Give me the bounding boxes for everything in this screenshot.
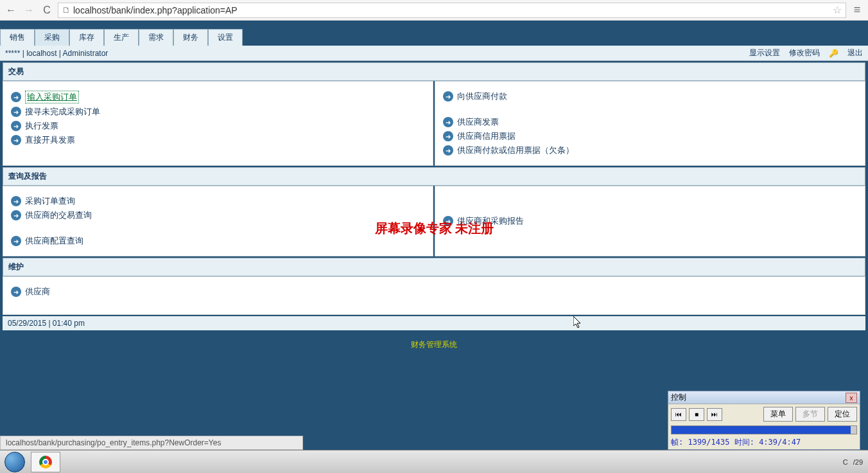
query-left-panel: ➜采购订单查询 ➜供应商的交易查询 ➜供应商配置查询 bbox=[3, 186, 433, 256]
arrow-icon: ➜ bbox=[11, 236, 21, 246]
tab-inventory[interactable]: 库存 bbox=[69, 29, 104, 46]
arrow-icon: ➜ bbox=[443, 131, 453, 141]
stop-button[interactable]: ■ bbox=[689, 408, 704, 421]
reload-button[interactable]: C bbox=[40, 3, 54, 17]
link-search-po[interactable]: 搜寻未完成采购订单 bbox=[25, 106, 100, 118]
header-left: ***** | localhost | Administrator bbox=[5, 49, 108, 58]
link-change-password[interactable]: 修改密码 bbox=[789, 48, 820, 58]
browser-menu-icon[interactable]: ≡ bbox=[850, 3, 864, 17]
url-text: localhost/bank/index.php?application=AP bbox=[73, 5, 238, 15]
tab-production[interactable]: 生产 bbox=[104, 29, 139, 46]
footer: 财务管理系统 bbox=[0, 330, 868, 359]
tray-c: C bbox=[843, 458, 848, 466]
tray-clock: /29 bbox=[853, 458, 863, 466]
start-button[interactable] bbox=[0, 451, 30, 474]
tab-demand[interactable]: 需求 bbox=[139, 29, 173, 46]
link-supplier-config-query[interactable]: 供应商配置查询 bbox=[25, 235, 83, 247]
tab-sales[interactable]: 销售 bbox=[0, 29, 35, 46]
link-pay-supplier[interactable]: 向供应商付款 bbox=[457, 91, 507, 102]
progress-slider[interactable] bbox=[671, 425, 857, 434]
arrow-icon: ➜ bbox=[443, 91, 453, 102]
bookmark-star-icon[interactable]: ☆ bbox=[833, 4, 842, 16]
arrow-icon: ➜ bbox=[443, 117, 453, 127]
back-button[interactable]: ← bbox=[4, 3, 18, 17]
footer-system-link[interactable]: 财务管理系统 bbox=[411, 340, 457, 349]
close-icon[interactable]: x bbox=[846, 393, 857, 403]
system-tray[interactable]: C /29 bbox=[838, 458, 868, 466]
transaction-right-panel: ➜向供应商付款 ➜供应商发票 ➜供应商信用票据 ➜供应商付款或信用票据（欠条） bbox=[435, 81, 865, 166]
link-exit[interactable]: 退出 bbox=[847, 48, 863, 58]
locate-button[interactable]: 定位 bbox=[828, 407, 857, 422]
arrow-icon: ➜ bbox=[11, 121, 21, 131]
arrow-icon: ➜ bbox=[11, 210, 21, 220]
link-supplier-payment[interactable]: 供应商付款或信用票据（欠条） bbox=[457, 145, 574, 156]
multi-button[interactable]: 多节 bbox=[795, 407, 825, 422]
link-supplier[interactable]: 供应商 bbox=[25, 286, 50, 298]
arrow-icon: ➜ bbox=[11, 287, 21, 297]
arrow-icon: ➜ bbox=[11, 92, 21, 102]
forward-button[interactable]: ⏭ bbox=[707, 408, 722, 421]
arrow-icon: ➜ bbox=[11, 135, 21, 145]
forward-button[interactable]: → bbox=[22, 3, 36, 17]
link-supplier-invoice[interactable]: 供应商发票 bbox=[457, 116, 499, 128]
query-right-panel: ➜供应商和采购报告 bbox=[435, 186, 865, 256]
tab-finance[interactable]: 财务 bbox=[173, 29, 208, 46]
control-title: 控制 bbox=[671, 392, 686, 403]
arrow-icon: ➜ bbox=[11, 107, 21, 117]
maintain-panel: ➜供应商 bbox=[3, 276, 865, 315]
datetime-bar: 05/29/2015 | 01:40 pm bbox=[3, 316, 865, 330]
header-bar: ***** | localhost | Administrator 显示设置 修… bbox=[0, 46, 868, 61]
mouse-cursor bbox=[573, 316, 582, 332]
taskbar-chrome[interactable] bbox=[31, 452, 60, 472]
section-maintain-header: 维护 bbox=[3, 258, 865, 276]
tab-purchase[interactable]: 采购 bbox=[35, 29, 69, 46]
section-query-header: 查询及报告 bbox=[3, 167, 865, 186]
page-icon: 🗋 bbox=[62, 5, 71, 15]
section-transaction-header: 交易 bbox=[3, 62, 865, 81]
link-po-query[interactable]: 采购订单查询 bbox=[25, 195, 75, 207]
url-bar[interactable]: 🗋 localhost/bank/index.php?application=A… bbox=[58, 3, 846, 18]
control-window[interactable]: 控制 x ⏮ ■ ⏭ 菜单 多节 定位 帧: 1399/1435 时间: 4:3… bbox=[668, 391, 860, 450]
link-supplier-trans-query[interactable]: 供应商的交易查询 bbox=[25, 210, 92, 221]
watermark-text: 屏幕录像专家 未注册 bbox=[375, 220, 494, 237]
link-display-settings[interactable]: 显示设置 bbox=[749, 48, 780, 58]
browser-toolbar: ← → C 🗋 localhost/bank/index.php?applica… bbox=[0, 0, 868, 21]
app-tabs: 销售 采购 库存 生产 需求 财务 设置 bbox=[0, 29, 868, 46]
link-supplier-credit[interactable]: 供应商信用票据 bbox=[457, 130, 516, 142]
rewind-button[interactable]: ⏮ bbox=[671, 408, 686, 421]
arrow-icon: ➜ bbox=[443, 145, 453, 156]
tab-settings[interactable]: 设置 bbox=[208, 29, 243, 46]
menu-button[interactable]: 菜单 bbox=[763, 407, 793, 422]
control-titlebar[interactable]: 控制 x bbox=[668, 391, 860, 404]
link-exec-invoice[interactable]: 执行发票 bbox=[25, 120, 58, 132]
status-text: localhost/bank/purchasing/po_entry_items… bbox=[6, 438, 221, 447]
transaction-left-panel: ➜输入采购订单 ➜搜寻未完成采购订单 ➜执行发票 ➜直接开具发票 bbox=[3, 81, 433, 166]
link-direct-invoice[interactable]: 直接开具发票 bbox=[25, 134, 75, 146]
link-enter-po[interactable]: 输入采购订单 bbox=[25, 91, 79, 103]
frame-info: 帧: 1399/1435 时间: 4:39/4:47 bbox=[668, 436, 860, 449]
taskbar[interactable]: C /29 bbox=[0, 450, 868, 473]
arrow-icon: ➜ bbox=[11, 196, 21, 206]
key-icon: 🔑 bbox=[829, 49, 838, 58]
browser-status-bar: localhost/bank/purchasing/po_entry_items… bbox=[0, 436, 303, 450]
